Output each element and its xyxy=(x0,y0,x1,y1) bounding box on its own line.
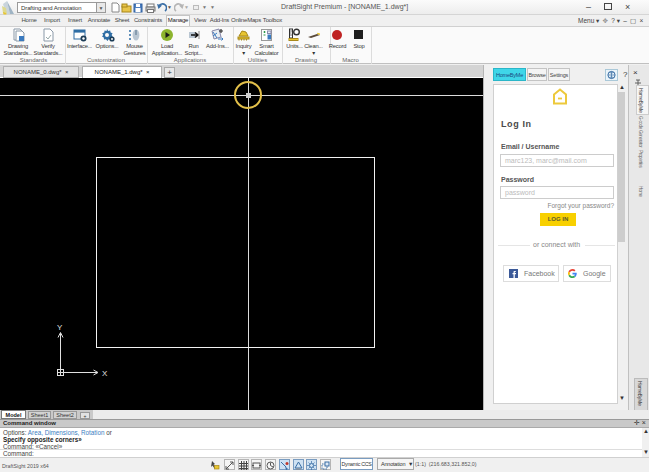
svg-text:X: X xyxy=(102,369,108,378)
svg-text:Y: Y xyxy=(57,323,63,332)
